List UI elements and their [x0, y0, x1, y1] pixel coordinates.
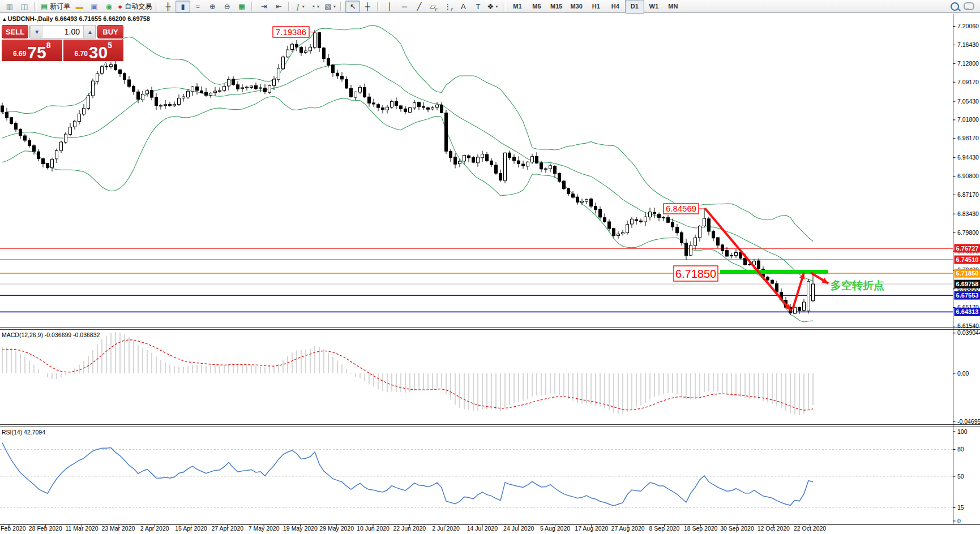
candle-body: [291, 44, 294, 49]
tf-d1[interactable]: D1: [625, 0, 644, 14]
templates-icon[interactable]: ▧▼: [323, 1, 338, 12]
periods-icon[interactable]: ◔▼: [308, 1, 323, 12]
macd-window-label: MACD(12,26,9) -0.036699 -0.036832: [2, 331, 100, 338]
auto-scroll-icon[interactable]: ⇥: [256, 1, 271, 12]
gold-icon[interactable]: ▬: [72, 1, 87, 12]
candle-body: [395, 102, 398, 106]
candle-body: [178, 98, 181, 105]
vline-tool-icon: │: [387, 3, 392, 10]
candle-body: [667, 218, 670, 223]
cursor-icon[interactable]: ↖: [345, 1, 360, 12]
tf-m1[interactable]: M1: [508, 0, 527, 14]
channel-tool-icon[interactable]: ▱E: [426, 1, 441, 12]
buy-button[interactable]: BUY: [97, 25, 123, 38]
candle-body: [694, 238, 697, 246]
candle-body: [282, 57, 285, 69]
candle-body: [69, 127, 72, 135]
buy-price-small: 6.70: [74, 50, 87, 58]
price-axis-label: 7.09170: [957, 79, 979, 85]
candle-body: [6, 113, 8, 118]
indicators-icon[interactable]: ƒ▼: [293, 1, 308, 12]
zoom-out-icon[interactable]: ⊖: [220, 1, 234, 12]
volume-up-button[interactable]: ▲: [83, 25, 96, 38]
tile-windows-icon[interactable]: ▦: [234, 1, 249, 12]
signal-icon[interactable]: ◉: [101, 1, 116, 12]
autotrading-button[interactable]: ●自动交易: [116, 1, 153, 12]
tf-m15[interactable]: M15: [546, 0, 566, 14]
date-axis-label: 7 May 2020: [249, 525, 280, 532]
candle-body: [1, 106, 4, 112]
arrows-tool-icon: ❖: [487, 3, 494, 10]
new-order-button[interactable]: ▤新订单: [39, 1, 72, 12]
candle-body: [341, 76, 344, 79]
candle-body: [132, 86, 135, 91]
hline-tool-icon[interactable]: ─: [397, 1, 412, 12]
dropdown-caret-icon[interactable]: ▼: [332, 5, 336, 8]
tf-h4[interactable]: H4: [606, 0, 625, 14]
candle-body: [273, 79, 276, 85]
chart-window[interactable]: 7.193866.845696.71850多空转折点7.200607.16430…: [0, 0, 980, 534]
search-icon[interactable]: [951, 2, 959, 11]
candle-body: [635, 219, 638, 221]
candle-body: [296, 44, 298, 47]
chat-icon[interactable]: [964, 2, 974, 10]
textlabel-tool-icon[interactable]: T: [470, 1, 485, 12]
candle-body: [653, 212, 656, 214]
zoom-in-icon[interactable]: ⊕: [205, 1, 220, 12]
tf-m5[interactable]: M5: [527, 0, 546, 14]
community-icon: ▣: [91, 3, 97, 10]
candle-body: [237, 85, 239, 89]
arrows-tool-icon[interactable]: ❖▼: [485, 1, 500, 12]
tf-h1[interactable]: H1: [587, 0, 606, 14]
candle-body: [481, 154, 484, 157]
candle-body: [83, 108, 85, 114]
volume-down-button[interactable]: ▼: [30, 25, 42, 38]
line-chart-icon[interactable]: ≈: [190, 1, 205, 12]
date-axis-label: 18 Sep 2020: [684, 525, 718, 532]
candlestick-chart-icon[interactable]: ▮: [176, 1, 190, 12]
tf-m30[interactable]: M30: [566, 0, 586, 14]
candle-body: [246, 87, 249, 88]
profiles-icon[interactable]: ◫: [17, 1, 32, 12]
toolbar-right-icons: [951, 2, 978, 11]
candle-body: [200, 91, 203, 93]
sell-button[interactable]: SELL: [2, 25, 28, 38]
autotrading-button-label: 自动交易: [125, 3, 152, 10]
dropdown-caret-icon[interactable]: ▼: [301, 5, 305, 8]
candle-body: [219, 91, 221, 91]
candle-body: [486, 154, 489, 161]
tf-w1[interactable]: W1: [644, 0, 664, 14]
bull-bear-turning-point-note[interactable]: 多空转折点: [831, 279, 884, 291]
price-axis-label: 7.01800: [957, 116, 979, 123]
candle-body: [241, 88, 244, 89]
candle-body: [572, 194, 575, 197]
toolbar-separator: [156, 2, 159, 11]
fibonacci-tool-icon[interactable]: ⋮F: [441, 1, 456, 12]
dropdown-caret-icon[interactable]: ▼: [316, 5, 320, 8]
community-icon[interactable]: ▣: [87, 1, 101, 12]
trendline-tool-icon[interactable]: ╱: [412, 1, 426, 12]
volume-input[interactable]: [42, 25, 83, 38]
bar-chart-icon: ╫: [166, 3, 171, 10]
candle-body: [748, 265, 751, 265]
candle-body: [151, 91, 153, 97]
candle-body: [78, 114, 81, 121]
text-tool-icon: A: [461, 3, 466, 10]
dropdown-caret-icon[interactable]: ▼: [495, 5, 499, 8]
buy-price-sup: 5: [108, 41, 112, 50]
new-order-button: ▤: [41, 3, 48, 10]
crosshair-icon[interactable]: ┼: [360, 1, 375, 12]
bar-chart-icon[interactable]: ╫: [161, 1, 176, 12]
sell-price-sup: 8: [46, 41, 51, 50]
vline-tool-icon[interactable]: │: [382, 1, 397, 12]
tf-mn[interactable]: MN: [664, 0, 683, 14]
new-chart-icon[interactable]: ▥: [2, 1, 17, 12]
chart-shift-icon[interactable]: ⇤: [271, 1, 286, 12]
sell-price-panel[interactable]: 6.69758: [2, 40, 62, 61]
text-tool-icon[interactable]: A: [456, 1, 470, 12]
buy-price-panel[interactable]: 6.70305: [63, 40, 124, 61]
date-axis-label: 24 Jul 2020: [503, 525, 534, 532]
candle-body: [105, 66, 108, 67]
candle-body: [92, 81, 95, 96]
candle-body: [15, 123, 18, 130]
